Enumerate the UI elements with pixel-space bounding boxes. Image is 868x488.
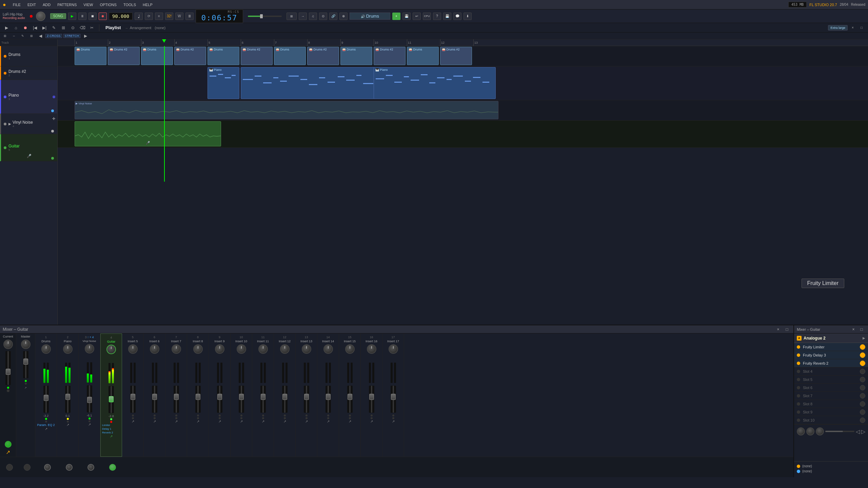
- mixer-channel-master[interactable]: Master ↗: [16, 333, 35, 457]
- cpu-button[interactable]: CPU: [423, 13, 431, 20]
- fx-eq-knob-1[interactable]: [797, 427, 805, 435]
- mixer-channel-insert-13[interactable]: 13 Insert 13: [296, 333, 317, 457]
- fx-slot-1[interactable]: Fruity Limiter: [794, 343, 868, 351]
- mixer-channel-4-guitar[interactable]: 4 Guitar: [100, 333, 122, 457]
- fx-slot-9-toggle[interactable]: [860, 409, 865, 415]
- song-mode-button[interactable]: SONG: [50, 13, 66, 19]
- drums-clip-7[interactable]: 🥁 Drums: [274, 47, 306, 65]
- send-knob-drums[interactable]: [44, 464, 51, 471]
- insert15-fader[interactable]: [347, 386, 353, 413]
- insert9-pan-knob[interactable]: [215, 344, 224, 354]
- fx-slot-2[interactable]: Fruity Delay 3: [794, 351, 868, 359]
- mixer-channel-current[interactable]: Current ↗: [0, 333, 16, 457]
- menu-file[interactable]: FILE: [12, 2, 22, 7]
- split-tool-btn[interactable]: ✂: [88, 24, 96, 32]
- play-button[interactable]: ▶: [68, 13, 76, 20]
- add-channel-button[interactable]: +: [392, 13, 400, 20]
- mixer-channel-insert-12[interactable]: 12 Insert 12: [274, 333, 296, 457]
- master-pitch-knob[interactable]: [36, 12, 45, 21]
- guitar-reverb-label[interactable]: Reverb 2: [101, 431, 121, 434]
- send-knob-current[interactable]: [6, 464, 13, 471]
- guitar-volume-handle[interactable]: [51, 157, 54, 160]
- drums-clip-2[interactable]: 🥁 Drums #2: [108, 47, 140, 65]
- insert13-pan-knob[interactable]: [302, 344, 311, 354]
- track-label-guitar[interactable]: Guitar 5 🎤: [0, 134, 57, 161]
- fx-eq-knob-2[interactable]: [806, 427, 814, 435]
- playlist-skip-fwd-btn[interactable]: ▶|: [41, 24, 48, 32]
- guitar-limiter-label[interactable]: Limiter: [101, 423, 121, 427]
- vinyl-pan-knob[interactable]: [85, 344, 94, 353]
- instrument-header[interactable]: A Analogue 2 ▶: [794, 333, 868, 343]
- drums-fader[interactable]: [43, 386, 49, 413]
- drums-clip-8[interactable]: 🥁 Drums #2: [307, 47, 339, 65]
- bpm-display[interactable]: 90.000: [109, 13, 133, 20]
- vinyl-clip[interactable]: ▶ Vinyl Noise: [75, 101, 498, 119]
- master-fader[interactable]: [23, 351, 28, 378]
- piano-fader[interactable]: [65, 386, 71, 413]
- master-volume-handle[interactable]: [260, 14, 263, 18]
- insert13-fader[interactable]: [304, 386, 309, 413]
- fx-route-send[interactable]: (none): [797, 464, 865, 468]
- pause-button[interactable]: ⏸: [78, 13, 86, 20]
- insert8-fader[interactable]: [195, 386, 201, 413]
- route-button[interactable]: ⊕: [339, 13, 348, 20]
- insert10-fader[interactable]: [239, 386, 244, 413]
- menu-view[interactable]: VIEW: [82, 2, 94, 7]
- vinyl-volume-handle[interactable]: [51, 130, 54, 133]
- fx-slot-10[interactable]: Slot 10: [794, 416, 868, 424]
- help-button[interactable]: ?: [433, 13, 441, 20]
- menu-edit[interactable]: EDIT: [26, 2, 37, 7]
- mixer-channel-3-vinyl[interactable]: 3 ↑ + 4 Vinyl Noise: [79, 333, 100, 457]
- browser-button[interactable]: ⊙: [319, 13, 327, 20]
- fx-slot-9[interactable]: Slot 9: [794, 408, 868, 416]
- menu-tools[interactable]: TOOLS: [122, 2, 137, 7]
- drums-clip-3[interactable]: 🥁 Drums: [141, 47, 173, 65]
- mixer-button[interactable]: ≡: [155, 13, 163, 20]
- vinyl-fader[interactable]: [87, 385, 92, 412]
- zoom-tool-btn[interactable]: ⊙: [69, 24, 77, 32]
- undo-button[interactable]: ↩: [413, 13, 421, 20]
- mixer-channel-insert-10[interactable]: 10 Insert 10: [231, 333, 252, 457]
- track-label-piano[interactable]: Piano 3: [0, 80, 57, 114]
- mixer-channel-insert-14[interactable]: 14 Insert 14: [317, 333, 339, 457]
- insert8-pan-knob[interactable]: [193, 344, 203, 354]
- piano-clip-1[interactable]: 🎹 Piano: [208, 67, 239, 99]
- insert11-fader[interactable]: [260, 386, 266, 413]
- piano-roll-button[interactable]: ♫: [309, 13, 317, 20]
- view-size-label[interactable]: Extra large: [828, 25, 848, 30]
- piano-volume-handle[interactable]: [51, 109, 54, 112]
- chat-button[interactable]: 💬: [453, 13, 461, 20]
- drums-clip-9[interactable]: 🥁 Drums: [340, 47, 372, 65]
- metronome-button[interactable]: ♩: [135, 13, 143, 20]
- save-button[interactable]: 💾: [402, 13, 411, 20]
- insert11-pan-knob[interactable]: [258, 344, 268, 354]
- send-knob-master[interactable]: [24, 464, 31, 471]
- timeline-tool-3[interactable]: ✎: [19, 32, 26, 40]
- menu-patterns[interactable]: PATTERNS: [56, 2, 78, 7]
- fx-slot-2-toggle[interactable]: [860, 352, 865, 358]
- menu-add[interactable]: ADD: [41, 2, 52, 7]
- mixer-channel-insert-11[interactable]: 11 Insert 11: [252, 333, 274, 457]
- record-button[interactable]: ⏺: [99, 13, 107, 20]
- arrow-right-button[interactable]: →: [299, 13, 307, 20]
- mixer-channel-insert-8[interactable]: 8 Insert 8: [187, 333, 209, 457]
- track-label-vinyl[interactable]: ▶ Vinyl Noise 4 ✛: [0, 114, 57, 134]
- insert5-fader[interactable]: [130, 386, 136, 413]
- send-knob-vinyl[interactable]: [87, 464, 94, 471]
- link-button[interactable]: 🔗: [329, 13, 337, 20]
- drums-clip-1[interactable]: 🥁 Drums: [75, 47, 106, 65]
- timeline-tool-2[interactable]: ↔: [10, 32, 18, 40]
- fx-slot-6[interactable]: Slot 6: [794, 384, 868, 392]
- fx-panel-max-btn[interactable]: □: [858, 326, 865, 333]
- mixer-channel-2-piano[interactable]: 2 Piano: [57, 333, 79, 457]
- mixer-close-btn[interactable]: ×: [774, 326, 782, 333]
- insert14-fader[interactable]: [326, 386, 331, 413]
- insert6-pan-knob[interactable]: [150, 344, 159, 354]
- maximize-playlist-btn[interactable]: □: [858, 24, 865, 32]
- draw-tool-btn[interactable]: ✎: [50, 24, 58, 32]
- current-pan-knob[interactable]: [3, 340, 13, 349]
- fx-eq-knob-3[interactable]: [816, 427, 824, 435]
- fruity-limiter-panel-label[interactable]: Fruity Limiter: [802, 279, 844, 288]
- mixer-channel-insert-6[interactable]: 6 Insert 6: [144, 333, 165, 457]
- track-label-drums[interactable]: Drums 1: [0, 46, 57, 66]
